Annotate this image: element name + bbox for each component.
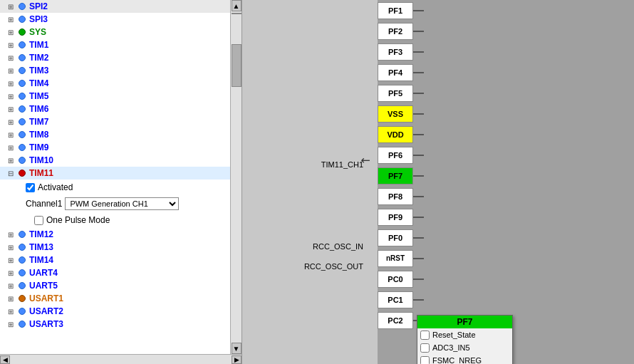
ctx-checkbox-adc3-in5[interactable] — [420, 343, 430, 353]
bottom-scrollbar[interactable]: ◀ ▶ — [0, 354, 241, 364]
ctx-item-adc3-in5[interactable]: ADC3_IN5 — [417, 341, 512, 354]
tim11-channel1-select[interactable]: PWM Generation CH1 — [65, 197, 179, 210]
label-tim1: TIM1 — [29, 40, 48, 50]
tree-item-tim5[interactable]: ⊞ TIM5 — [0, 90, 230, 103]
pin-vdd-line — [413, 134, 424, 135]
tree-item-usart2[interactable]: ⊞ USART2 — [0, 305, 230, 318]
pin-pf1-row: PF1 — [378, 0, 424, 21]
right-panel: PF1 PF2 PF3 PF4 PF5 VSS VD — [378, 0, 634, 364]
tree-item-sys[interactable]: ⊞ SYS — [0, 26, 230, 38]
ctx-checkbox-fsmc-nreg[interactable] — [420, 356, 430, 365]
tree-item-tim3[interactable]: ⊞ TIM3 — [0, 64, 230, 77]
tim11-pulse-checkbox[interactable] — [34, 216, 43, 225]
tree-item-tim9[interactable]: ⊞ TIM9 — [0, 141, 230, 154]
pin-pf2-line — [413, 31, 424, 32]
tree-item-usart1[interactable]: ⊞ USART1 — [0, 292, 230, 305]
expand-tim9[interactable]: ⊞ — [6, 142, 16, 152]
pin-pf5[interactable]: PF5 — [378, 85, 413, 102]
label-tim6: TIM6 — [29, 104, 48, 114]
expand-spi2[interactable]: ⊞ — [6, 1, 16, 11]
label-spi2: SPI2 — [29, 1, 48, 11]
pin-pc0[interactable]: PC0 — [378, 271, 413, 288]
label-tim9: TIM9 — [29, 142, 48, 152]
tree-item-spi2[interactable]: ⊞ SPI2 — [0, 0, 230, 13]
pin-pf8[interactable]: PF8 — [378, 188, 413, 205]
expand-tim2[interactable]: ⊞ — [6, 53, 16, 63]
tree-item-tim4[interactable]: ⊞ TIM4 — [0, 77, 230, 90]
ctx-checkbox-reset-state[interactable] — [420, 331, 430, 340]
icon-sys — [17, 27, 27, 37]
pin-pf7[interactable]: PF7 — [378, 167, 413, 184]
expand-sys[interactable]: ⊞ — [6, 27, 16, 37]
expand-tim1[interactable]: ⊞ — [6, 40, 16, 50]
pin-vdd[interactable]: VDD — [378, 126, 413, 143]
expand-tim11[interactable]: ⊟ — [6, 168, 16, 178]
pin-pf9-row: PF9 — [378, 207, 424, 227]
pin-pf9[interactable]: PF9 — [378, 209, 413, 226]
tree-item-tim2[interactable]: ⊞ TIM2 — [0, 51, 230, 64]
expand-uart5[interactable]: ⊞ — [6, 281, 16, 291]
expand-tim10[interactable]: ⊞ — [6, 155, 16, 165]
pin-pf1[interactable]: PF1 — [378, 2, 413, 19]
tree-item-tim7[interactable]: ⊞ TIM7 — [0, 115, 230, 128]
tree-item-tim10[interactable]: ⊞ TIM10 — [0, 154, 230, 167]
tim11-activated-checkbox[interactable] — [26, 183, 35, 192]
pin-pc1[interactable]: PC1 — [378, 291, 413, 308]
label-usart2: USART2 — [29, 306, 63, 316]
tree-item-tim6[interactable]: ⊞ TIM6 — [0, 103, 230, 115]
expand-tim8[interactable]: ⊞ — [6, 130, 16, 140]
tree-item-tim8[interactable]: ⊞ TIM8 — [0, 128, 230, 141]
expand-tim6[interactable]: ⊞ — [6, 104, 16, 114]
pin-nrst[interactable]: nRST — [378, 250, 413, 267]
pin-pf2[interactable]: PF2 — [378, 23, 413, 40]
expand-tim4[interactable]: ⊞ — [6, 78, 16, 88]
tree-scrollbar[interactable]: ▲ ▼ — [230, 0, 241, 354]
tree-item-usart3[interactable]: ⊞ USART3 — [0, 318, 230, 331]
label-tim12: TIM12 — [29, 229, 53, 239]
expand-tim7[interactable]: ⊞ — [6, 117, 16, 127]
tree-item-tim12[interactable]: ⊞ TIM12 — [0, 228, 230, 241]
expand-tim5[interactable]: ⊞ — [6, 91, 16, 101]
pin-pc1-line — [413, 299, 424, 301]
tree-item-uart5[interactable]: ⊞ UART5 — [0, 279, 230, 292]
expand-tim3[interactable]: ⊞ — [6, 66, 16, 76]
left-panel: ⊞ SPI2 ⊞ SPI3 ⊞ SYS ⊞ TIM1 — [0, 0, 242, 364]
expand-tim12[interactable]: ⊞ — [6, 229, 16, 239]
pin-pf6[interactable]: PF6 — [378, 147, 413, 164]
pin-pf8-line — [413, 196, 424, 197]
pin-pf4-row: PF4 — [378, 62, 424, 83]
pin-pf0-row: PF0 — [378, 227, 424, 248]
pin-pf0[interactable]: PF0 — [378, 229, 413, 246]
scroll-left-btn[interactable]: ◀ — [0, 355, 10, 364]
expand-spi3[interactable]: ⊞ — [6, 14, 16, 24]
scroll-right-btn[interactable]: ▶ — [232, 355, 241, 364]
expand-tim13[interactable]: ⊞ — [6, 242, 16, 252]
tree-item-uart4[interactable]: ⊞ UART4 — [0, 266, 230, 279]
label-tim5: TIM5 — [29, 91, 48, 101]
icon-uart4 — [17, 268, 27, 278]
expand-usart3[interactable]: ⊞ — [6, 319, 16, 329]
pin-pc1-row: PC1 — [378, 289, 424, 310]
expand-usart1[interactable]: ⊞ — [6, 293, 16, 303]
icon-tim2 — [17, 53, 27, 63]
pin-pf4[interactable]: PF4 — [378, 64, 413, 81]
tree-item-spi3[interactable]: ⊞ SPI3 — [0, 13, 230, 26]
pin-pc2[interactable]: PC2 — [378, 312, 413, 329]
tree-item-tim1[interactable]: ⊞ TIM1 — [0, 38, 230, 51]
tree-item-tim11[interactable]: ⊟ TIM11 — [0, 167, 230, 180]
icon-usart3 — [17, 319, 27, 329]
label-tim11: TIM11 — [29, 168, 53, 178]
tim11-activated-label: Activated — [38, 182, 73, 192]
expand-uart4[interactable]: ⊞ — [6, 268, 16, 278]
ctx-item-fsmc-nreg[interactable]: FSMC_NREG — [417, 354, 512, 364]
tim11-activated-checkbox-group: Activated — [26, 182, 73, 192]
expand-usart2[interactable]: ⊞ — [6, 306, 16, 316]
expand-tim14[interactable]: ⊞ — [6, 255, 16, 265]
scroll-thumb[interactable] — [232, 44, 241, 87]
context-menu-pf7: PF7 Reset_State ADC3_IN5 FSMC_NREG TIM11… — [417, 315, 513, 364]
pin-vss[interactable]: VSS — [378, 105, 413, 123]
tree-item-tim13[interactable]: ⊞ TIM13 — [0, 241, 230, 254]
pin-pf3[interactable]: PF3 — [378, 43, 413, 61]
ctx-item-reset-state[interactable]: Reset_State — [417, 328, 512, 341]
tree-item-tim14[interactable]: ⊞ TIM14 — [0, 254, 230, 266]
